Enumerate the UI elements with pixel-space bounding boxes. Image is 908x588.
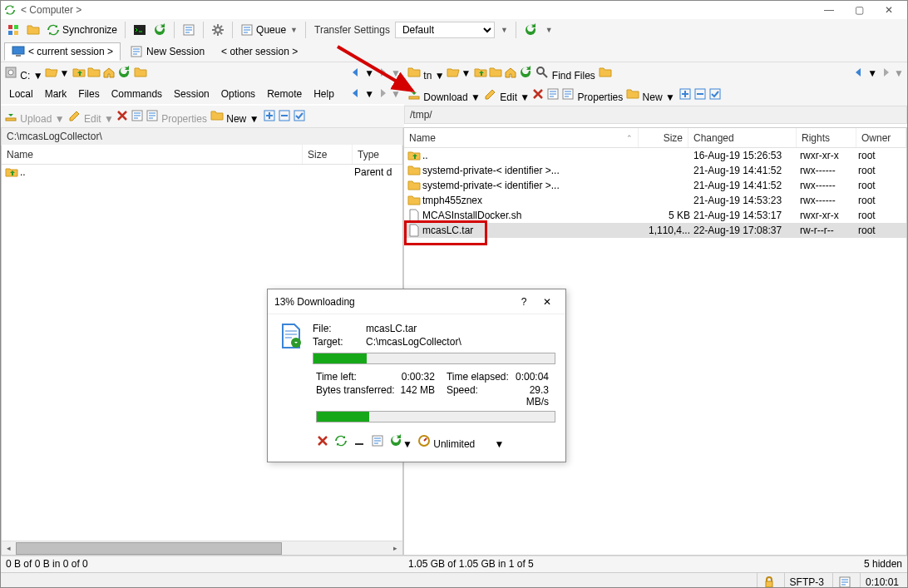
reconnect-icon[interactable] (521, 21, 540, 39)
local-scrollbar[interactable]: ◂ ▸ (2, 541, 402, 555)
col-type[interactable]: Type (353, 145, 402, 164)
col-rights[interactable]: Rights (797, 128, 856, 147)
menu-session[interactable]: Session (169, 86, 215, 101)
invert-selection-icon[interactable] (708, 87, 722, 103)
menu-files[interactable]: Files (73, 86, 104, 101)
synchronize-button[interactable]: Synchronize (44, 21, 120, 39)
local-new-button[interactable]: New ▼ (210, 109, 259, 125)
grid-icon[interactable] (4, 21, 22, 39)
local-forward-button[interactable] (376, 66, 389, 82)
list-item[interactable]: systemd-private-< identifier >... 21-Aug… (404, 163, 906, 178)
transfer-settings-label: Transfer Settings (311, 24, 393, 36)
history-back-button[interactable] (349, 86, 363, 102)
lock-status[interactable] (757, 573, 781, 588)
local-home-icon[interactable] (102, 66, 116, 82)
transfer-settings-icon[interactable] (180, 21, 198, 39)
find-files-button[interactable]: Find Files (535, 66, 595, 82)
new-session-icon (130, 45, 143, 58)
upload-button[interactable]: Upload ▼ (4, 109, 65, 125)
download-doc-icon (278, 323, 304, 349)
local-properties-button[interactable]: Properties (146, 109, 207, 125)
once-done-button[interactable]: ▼ (389, 434, 412, 450)
menu-options[interactable]: Options (216, 86, 260, 101)
dialog-help-button[interactable]: ? (512, 296, 535, 308)
history-forward-button[interactable] (376, 86, 389, 102)
remote-forward-button[interactable] (879, 66, 892, 82)
remote-properties-button[interactable]: Properties (561, 87, 623, 103)
dialog-close-button[interactable]: ✕ (535, 296, 559, 308)
select-all-icon[interactable] (679, 87, 692, 103)
reconnect-dropdown[interactable]: ▼ (541, 21, 555, 39)
list-item[interactable]: tmph455znex 21-Aug-19 14:53:23 rwx------… (404, 193, 906, 208)
remote-open-folder-icon[interactable] (447, 66, 460, 82)
transfer-settings-dropdown[interactable]: ▼ (496, 21, 511, 39)
log-icon[interactable] (832, 573, 856, 588)
maximize-button[interactable]: ▢ (844, 1, 874, 19)
remote-rename-icon[interactable] (546, 87, 560, 103)
list-item[interactable]: mcasLC.tar 1,110,4... 22-Aug-19 17:08:37… (404, 223, 906, 238)
minimize-transfer-button[interactable] (353, 434, 366, 450)
local-select-all-icon[interactable] (263, 109, 276, 125)
remote-refresh-icon[interactable] (519, 66, 532, 82)
local-open-folder-icon[interactable] (45, 66, 58, 82)
compare-dirs-icon[interactable] (24, 21, 42, 39)
local-root-icon[interactable] (87, 66, 101, 82)
local-refresh-icon[interactable] (117, 66, 131, 82)
queue-button[interactable]: Queue ▼ (238, 21, 300, 39)
menu-commands[interactable]: Commands (106, 86, 167, 101)
remote-parent-icon[interactable] (474, 66, 487, 82)
local-delete-button[interactable] (116, 109, 129, 125)
list-item[interactable]: .. Parent d (2, 165, 402, 180)
minimize-button[interactable]: — (814, 1, 844, 19)
col-name[interactable]: Name (2, 145, 303, 164)
menu-help[interactable]: Help (308, 86, 339, 101)
local-back-button[interactable] (349, 66, 363, 82)
terminal-icon[interactable] (131, 21, 149, 39)
local-invert-icon[interactable] (293, 109, 306, 125)
sync-browse-icon[interactable] (151, 21, 169, 39)
remote-back-button[interactable] (852, 66, 866, 82)
local-edit-button[interactable]: Edit ▼ (68, 109, 114, 125)
local-select-none-icon[interactable] (278, 109, 291, 125)
local-drive-select[interactable]: C: ▼ (4, 66, 43, 82)
speed-limit-button[interactable]: Unlimited ▼ (417, 434, 505, 450)
col-size[interactable]: Size (303, 145, 353, 164)
remote-path[interactable]: /tmp/ (404, 106, 907, 124)
close-button[interactable]: ✕ (874, 1, 904, 19)
remote-bookmark-icon[interactable] (599, 66, 612, 82)
select-none-icon[interactable] (693, 87, 707, 103)
cancel-transfer-button[interactable] (316, 434, 329, 450)
local-rename-icon[interactable] (131, 109, 144, 125)
local-folder-dropdown[interactable]: ▼ (60, 67, 70, 79)
protocol-status: SFTP-3 (784, 573, 829, 588)
remote-new-button[interactable]: New ▼ (626, 87, 675, 103)
copy-icon[interactable] (371, 434, 384, 450)
synchronize-label: Synchronize (62, 24, 117, 36)
list-item[interactable]: .. 16-Aug-19 15:26:53 rwxr-xr-x root (404, 148, 906, 163)
remote-delete-button[interactable] (531, 87, 545, 103)
remote-edit-button[interactable]: Edit ▼ (484, 87, 530, 103)
remote-drive-select[interactable]: tn ▼ (407, 66, 445, 82)
list-item[interactable]: systemd-private-< identifier >... 21-Aug… (404, 178, 906, 193)
tab-current-session[interactable]: < current session > (4, 42, 121, 61)
background-button[interactable] (334, 434, 348, 450)
menu-remote[interactable]: Remote (262, 86, 307, 101)
tab-new-session[interactable]: New Session (122, 42, 212, 61)
col-owner[interactable]: Owner (856, 128, 906, 147)
local-parent-icon[interactable] (72, 66, 86, 82)
remote-folder-dropdown[interactable]: ▼ (461, 67, 471, 79)
local-bookmark-icon[interactable] (134, 66, 147, 82)
remote-root-icon[interactable] (489, 66, 502, 82)
menu-mark[interactable]: Mark (40, 86, 72, 101)
col-changed[interactable]: Changed (688, 128, 797, 147)
tab-other-session[interactable]: < other session > (214, 42, 305, 61)
transfer-settings-select[interactable]: Default (395, 22, 495, 38)
gear-icon[interactable] (209, 21, 227, 39)
menu-local[interactable]: Local (4, 86, 38, 101)
remote-home-icon[interactable] (504, 66, 517, 82)
col-name-r[interactable]: Name⌃ (404, 128, 639, 147)
list-item[interactable]: MCASInstallDocker.sh 5 KB 21-Aug-19 14:5… (404, 208, 906, 223)
col-size-r[interactable]: Size (639, 128, 688, 147)
local-path[interactable]: C:\mcasLogCollector\ (1, 127, 403, 146)
download-button[interactable]: Download ▼ (407, 87, 481, 103)
